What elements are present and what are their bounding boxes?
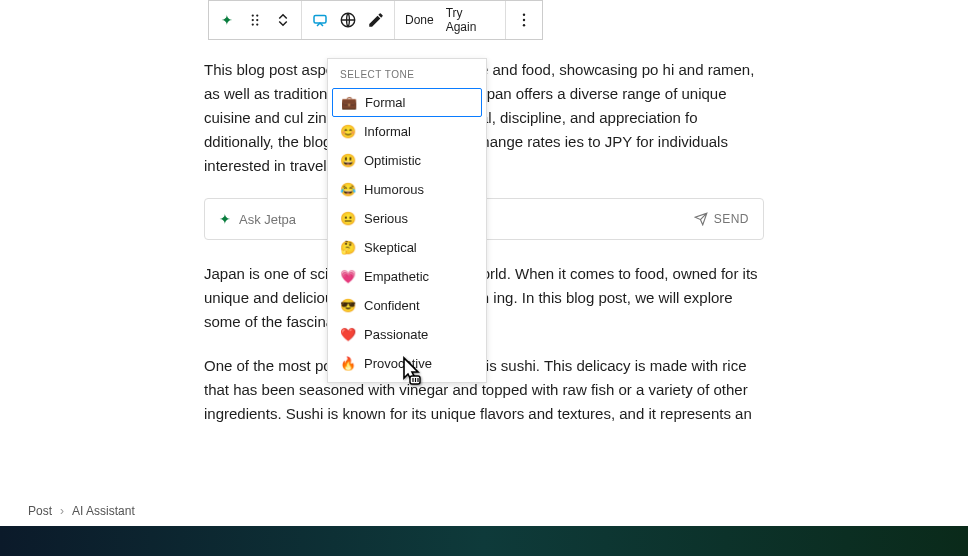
thinking-icon: 🤔 bbox=[340, 240, 356, 255]
svg-point-4 bbox=[252, 23, 254, 25]
svg-point-3 bbox=[256, 19, 258, 21]
tone-label: Optimistic bbox=[364, 153, 421, 168]
smile-icon: 😊 bbox=[340, 124, 356, 139]
tone-option-optimistic[interactable]: 😃 Optimistic bbox=[328, 146, 486, 175]
breadcrumb-root[interactable]: Post bbox=[28, 504, 52, 518]
briefcase-icon: 💼 bbox=[341, 95, 357, 110]
select-tone-dropdown: SELECT TONE 💼 Formal 😊 Informal 😃 Optimi… bbox=[327, 58, 487, 383]
svg-point-1 bbox=[256, 14, 258, 16]
ai-sparkle-icon: ✦ bbox=[219, 211, 231, 227]
tone-option-skeptical[interactable]: 🤔 Skeptical bbox=[328, 233, 486, 262]
tone-label: Empathetic bbox=[364, 269, 429, 284]
edit-icon[interactable] bbox=[362, 6, 390, 34]
globe-icon[interactable] bbox=[334, 6, 362, 34]
tone-label: Skeptical bbox=[364, 240, 417, 255]
drag-handle-icon[interactable] bbox=[241, 6, 269, 34]
svg-point-9 bbox=[523, 19, 525, 21]
tone-label: Provocative bbox=[364, 356, 432, 371]
tone-option-provocative[interactable]: 🔥 Provocative bbox=[328, 349, 486, 378]
breadcrumb-current: AI Assistant bbox=[72, 504, 135, 518]
tone-label: Confident bbox=[364, 298, 420, 313]
svg-rect-6 bbox=[314, 16, 326, 24]
tone-option-formal[interactable]: 💼 Formal bbox=[332, 88, 482, 117]
heart-icon: ❤️ bbox=[340, 327, 356, 342]
tone-option-empathetic[interactable]: 💗 Empathetic bbox=[328, 262, 486, 291]
bottom-gradient-strip bbox=[0, 526, 968, 556]
svg-point-10 bbox=[523, 24, 525, 26]
try-again-button[interactable]: Try Again bbox=[440, 6, 501, 34]
neutral-icon: 😐 bbox=[340, 211, 356, 226]
tone-label: Passionate bbox=[364, 327, 428, 342]
tone-label: Serious bbox=[364, 211, 408, 226]
tone-option-confident[interactable]: 😎 Confident bbox=[328, 291, 486, 320]
laugh-icon: 😂 bbox=[340, 182, 356, 197]
more-options-icon[interactable] bbox=[510, 6, 538, 34]
tone-label: Humorous bbox=[364, 182, 424, 197]
tone-option-passionate[interactable]: ❤️ Passionate bbox=[328, 320, 486, 349]
move-arrows-icon[interactable] bbox=[269, 6, 297, 34]
send-label: SEND bbox=[714, 212, 749, 226]
tone-option-informal[interactable]: 😊 Informal bbox=[328, 117, 486, 146]
svg-point-8 bbox=[523, 14, 525, 16]
tone-label: Formal bbox=[365, 95, 405, 110]
block-toolbar: ✦ Done Try bbox=[208, 0, 543, 40]
ai-block-icon[interactable]: ✦ bbox=[213, 6, 241, 34]
tone-option-humorous[interactable]: 😂 Humorous bbox=[328, 175, 486, 204]
done-button[interactable]: Done bbox=[399, 13, 440, 27]
chevron-right-icon: › bbox=[60, 504, 64, 518]
svg-point-2 bbox=[252, 19, 254, 21]
tone-label: Informal bbox=[364, 124, 411, 139]
svg-point-5 bbox=[256, 23, 258, 25]
grin-icon: 😃 bbox=[340, 153, 356, 168]
ask-placeholder: Ask Jetpa bbox=[239, 212, 296, 227]
send-button[interactable]: SEND bbox=[694, 212, 749, 226]
sunglasses-icon: 😎 bbox=[340, 298, 356, 313]
fire-icon: 🔥 bbox=[340, 356, 356, 371]
svg-point-0 bbox=[252, 14, 254, 16]
tone-option-serious[interactable]: 😐 Serious bbox=[328, 204, 486, 233]
breadcrumb: Post › AI Assistant bbox=[28, 504, 135, 518]
pink-heart-icon: 💗 bbox=[340, 269, 356, 284]
dropdown-header: SELECT TONE bbox=[328, 59, 486, 88]
prompt-icon[interactable] bbox=[306, 6, 334, 34]
